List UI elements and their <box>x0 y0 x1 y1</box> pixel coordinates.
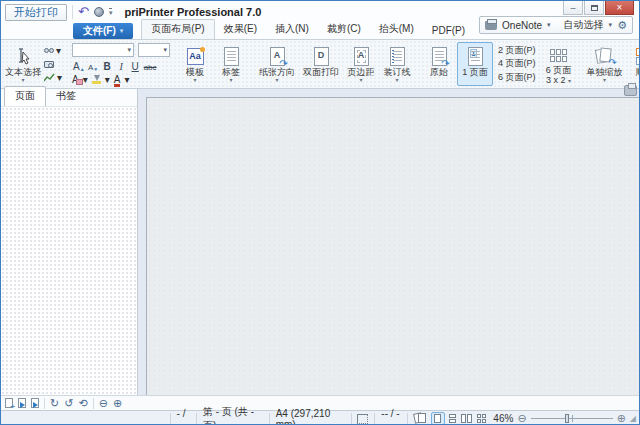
snapshot-button[interactable] <box>42 58 64 71</box>
order-button[interactable]: 1234 顺序 ▾ <box>627 42 640 86</box>
shrink-font-button[interactable]: A▼ <box>87 59 100 72</box>
zoom-out-page-button[interactable]: ⊖ <box>99 398 108 409</box>
font-color-button[interactable]: A <box>114 75 121 85</box>
grow-font-button[interactable]: A▲ <box>72 59 86 72</box>
original-layout-button[interactable]: ↷ 原始 <box>421 42 457 86</box>
dropdown-caret-icon: ▾ <box>194 77 197 83</box>
customize-quick-access-icon[interactable]: ▾ <box>109 8 113 16</box>
tab-crop[interactable]: 裁剪(C) <box>318 20 370 39</box>
rotate-180-button[interactable]: ⟲ <box>78 398 87 409</box>
file-menu-button[interactable]: 文件(F) ▾ <box>73 23 133 39</box>
grid-view-button[interactable] <box>475 412 489 425</box>
facing-pages-view-button[interactable] <box>460 412 474 425</box>
highlight-color-button[interactable] <box>92 75 101 84</box>
six-pages-button[interactable]: 6 页面(P) <box>495 71 539 84</box>
zoom-out-button[interactable]: ⊖ <box>517 413 526 424</box>
single-page-view-button[interactable] <box>431 412 445 425</box>
rotate-counterclockwise-button[interactable]: ↺ <box>64 398 73 409</box>
two-pages-button[interactable]: 2 页面(P) <box>495 44 539 57</box>
printer-combo-caret-icon[interactable]: ▾ <box>547 21 551 29</box>
clear-formatting-button[interactable]: A <box>72 75 79 85</box>
duplex-print-button[interactable]: D 双面打印 <box>299 42 343 86</box>
dropdown-caret-icon: ▾ <box>124 74 129 85</box>
tab-pdf[interactable]: PDF(P) <box>423 23 474 39</box>
font-family-combo[interactable]: ▾ <box>72 43 134 57</box>
tab-page-layout[interactable]: 页面布局(P) <box>141 19 214 39</box>
quick-access-circle-icon[interactable] <box>94 7 104 17</box>
page-thumbnails-area[interactable] <box>1 107 137 395</box>
sidebar-tab-pages[interactable]: 页面 <box>4 86 46 106</box>
order-icon: 1234 <box>636 48 640 65</box>
dropdown-caret-icon: ▾ <box>21 77 24 83</box>
tab-insert[interactable]: 插入(N) <box>266 20 318 39</box>
zoom-in-button[interactable]: ⊕ <box>617 413 626 424</box>
template-button[interactable]: Aa 模板 ▾ <box>177 42 213 86</box>
paper-orientation-button[interactable]: A↷ 纸张方向 ▾ <box>255 42 299 86</box>
selection-tools-column: ▾ ▾ <box>41 42 65 86</box>
statusbar-separator <box>269 413 270 424</box>
file-menu-caret-icon: ▾ <box>120 27 124 35</box>
italic-button[interactable]: I <box>115 59 128 72</box>
paper-combo-value[interactable]: 自动选择 <box>564 18 604 32</box>
insert-page-after-button[interactable] <box>31 398 39 408</box>
tab-letterhead[interactable]: 抬头(M) <box>370 20 423 39</box>
template-icon: Aa <box>187 48 204 65</box>
paper-size-indicator: A4 (297,210 mm) <box>276 408 345 425</box>
zoom-percentage: 46% <box>493 413 513 424</box>
rotate-clockwise-button[interactable]: ↻ <box>50 398 59 409</box>
find-button[interactable]: ▾ <box>42 44 64 57</box>
paper-combo-caret-icon[interactable]: ▾ <box>609 21 613 29</box>
start-print-button[interactable]: 开始打印 <box>5 4 67 21</box>
resize-grip[interactable]: ◢ <box>630 414 635 423</box>
sidebar-tab-bookmarks[interactable]: 书签 <box>46 87 86 106</box>
text-selection-button[interactable]: 文本选择 ▾ <box>5 42 41 86</box>
dropdown-caret-icon: ▾ <box>230 77 233 83</box>
minimize-button[interactable]: – <box>563 1 583 15</box>
measure-button[interactable]: ▾ <box>42 71 64 84</box>
zoom-slider[interactable] <box>531 412 613 425</box>
dropdown-caret-icon: ▾ <box>568 78 571 84</box>
binoculars-icon <box>44 48 54 53</box>
sidebar-panel: 页面 书签 <box>1 89 138 395</box>
printer-settings-gear-icon[interactable]: ⚙ <box>617 20 627 31</box>
strikethrough-button[interactable]: abc <box>143 59 158 72</box>
bold-button[interactable]: B <box>101 59 114 72</box>
zoom-in-page-button[interactable]: ⊕ <box>113 398 122 409</box>
four-pages-button[interactable]: 4 页面(P) <box>495 57 539 70</box>
font-size-combo[interactable]: ▾ <box>138 43 170 57</box>
insert-page-before-button[interactable] <box>18 398 26 408</box>
gutter-button[interactable]: 装订线 ▾ <box>379 42 415 86</box>
text-selection-icon <box>13 45 33 67</box>
tab-effects[interactable]: 效果(E) <box>215 20 266 39</box>
close-button[interactable]: × <box>605 1 634 15</box>
crop-indicator-icon[interactable] <box>357 414 368 424</box>
app-window: 开始打印 ↶ ▾ priPrinter Professional 7.0 – ×… <box>0 0 640 425</box>
zoom-slider-thumb[interactable] <box>565 414 569 423</box>
dropdown-caret-icon: ▾ <box>56 45 61 56</box>
six-pages-grid-button[interactable]: 6 页面 3 x 2 ▾ <box>541 42 577 86</box>
selection-indicator: -- / -- <box>381 408 400 425</box>
underline-button[interactable]: U <box>129 59 142 72</box>
pages-count-column: 2 页面(P) 4 页面(P) 6 页面(P) <box>493 42 541 86</box>
individual-zoom-button[interactable]: ↷ 单独缩放 ▾ <box>583 42 627 86</box>
maximize-button[interactable] <box>584 1 604 15</box>
statusbar-separator <box>351 413 352 424</box>
file-menu-label: 文件(F) <box>83 24 116 38</box>
group-templates: Aa 模板 ▾ 标签 ▾ <box>175 41 251 87</box>
statusbar-separator <box>374 413 375 424</box>
continuous-view-button[interactable] <box>446 412 460 425</box>
undo-icon[interactable]: ↶ <box>78 6 89 18</box>
orientation-icon: A↷ <box>270 47 285 66</box>
multi-page-view-icon[interactable] <box>414 413 426 424</box>
preview-printer-icon[interactable] <box>624 85 637 96</box>
dropdown-caret-icon: ▾ <box>603 77 606 83</box>
printer-icon <box>485 21 497 30</box>
maximize-icon <box>591 5 598 11</box>
page-number-indicator: 第 - 页 (共 - 页) <box>203 405 263 425</box>
printer-combo-value[interactable]: OneNote <box>502 20 542 31</box>
margins-button[interactable]: A 页边距 ▾ <box>343 42 379 86</box>
tabs-button[interactable]: 标签 ▾ <box>213 42 249 86</box>
document-preview-canvas[interactable] <box>146 97 639 395</box>
add-page-button[interactable] <box>5 398 13 408</box>
one-page-button[interactable]: 1 1 页面 <box>457 42 493 86</box>
